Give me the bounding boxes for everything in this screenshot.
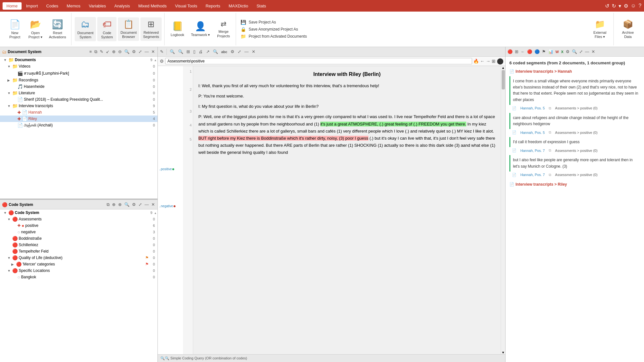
menu-stats[interactable]: Stats <box>253 2 270 10</box>
tree-tempelhofer-feld[interactable]: 🔴 Tempelhofer Feld 0 <box>0 248 157 255</box>
segment-4-pos-link[interactable]: Hannah, Pos. 7 <box>520 173 545 177</box>
center-close-icon[interactable]: ✕ <box>251 49 256 54</box>
tree-hasenheide[interactable]: 🎵 Hasenheide 0 <box>0 83 157 90</box>
expand-interview-transcripts[interactable]: ▼ <box>7 104 11 108</box>
cs-settings[interactable]: ⚙ <box>131 202 137 207</box>
segment-2-pos-link[interactable]: Hannah, Pos. 5 <box>520 131 545 135</box>
rp-icon8[interactable]: W <box>555 50 559 54</box>
expand-literature[interactable]: ▼ <box>7 91 11 95</box>
document-browser-button[interactable]: 📋 DocumentBrowser <box>118 17 139 41</box>
address-action-icon[interactable]: ⊞ <box>492 59 496 64</box>
center-print-icon[interactable]: 🖨 <box>198 49 204 54</box>
menu-memos[interactable]: Memos <box>63 2 84 10</box>
center-settings-icon[interactable]: ⚙ <box>230 49 235 54</box>
menu-import[interactable]: Import <box>22 2 42 10</box>
doc-panel-icon3[interactable]: ✎ <box>99 49 104 54</box>
doc-panel-icon1[interactable]: ≡ <box>89 49 92 54</box>
expand-mercer[interactable]: ▶ <box>11 263 15 266</box>
smiley-icon[interactable]: ☺ <box>631 3 636 9</box>
doc-panel-close[interactable]: ✕ <box>151 49 156 54</box>
cs-icon3[interactable]: ⊗ <box>118 202 122 207</box>
tree-anchali[interactable]: 📄 அஞ்சலி (Anchali) 0 <box>0 122 157 128</box>
external-files-button[interactable]: 📁 ExternalFiles ▾ <box>590 17 610 41</box>
tree-bangkok[interactable]: ○ Bangkok 0 <box>0 274 157 280</box>
menu-visual-tools[interactable]: Visual Tools <box>171 2 201 10</box>
cs-icon1[interactable]: ⧉ <box>106 202 110 208</box>
address-nav1-icon[interactable]: ← <box>480 59 485 64</box>
menu-variables[interactable]: Variables <box>85 2 110 10</box>
address-nav2-icon[interactable]: → <box>486 59 490 64</box>
tree-negative[interactable]: ○ negative 3 <box>0 229 157 235</box>
teamwork-button[interactable]: 👤 Teamwork ▾ <box>188 19 213 39</box>
address-clear-icon[interactable]: 🔥 <box>473 59 479 64</box>
center-export-icon[interactable]: ↗ <box>205 49 211 54</box>
doc-panel-icon4[interactable]: ↙ <box>105 49 110 54</box>
menu-analysis[interactable]: Analysis <box>110 2 134 10</box>
tree-documents[interactable]: ▼ 📁 Documents 9 ▴ <box>0 57 157 63</box>
rp-minimize[interactable]: — <box>584 49 590 54</box>
expand-quality[interactable]: ▼ <box>7 256 11 260</box>
scroll-thumb[interactable] <box>502 70 505 89</box>
rp-icon4[interactable]: 🔴 <box>526 49 533 54</box>
rp-icon10[interactable]: ⚙ <box>565 49 570 54</box>
tree-interview-transcripts[interactable]: ▼ 📁 Interview transcripts 9 <box>0 103 157 109</box>
menu-codes[interactable]: Codes <box>43 2 62 10</box>
expand-documents[interactable]: ▼ <box>4 58 7 62</box>
tree-sherif[interactable]: 📄 Sherif (2018) – Evaluating Preexisting… <box>0 96 157 103</box>
save-project-as-button[interactable]: 💾 Save Project As <box>241 20 582 25</box>
address-gear-icon[interactable]: ⚙ <box>160 59 164 64</box>
center-grid-icon[interactable]: ⊞ <box>185 49 191 54</box>
expand-recordings[interactable]: ▶ <box>7 79 11 82</box>
tree-mercer-categories[interactable]: ▶ 🔴 'Mercer' categories ⚑ 0 <box>0 261 157 267</box>
doc-panel-expand[interactable]: ⤢ <box>138 49 143 54</box>
doc-panel-settings[interactable]: ⚙ <box>131 49 137 54</box>
document-system-button[interactable]: 🗂 DocumentSystem <box>75 17 96 41</box>
rp-icon1[interactable]: 🔴 <box>507 49 513 54</box>
expand-assessments[interactable]: ▼ <box>7 218 11 221</box>
tree-code-system-root[interactable]: ▼ 🔴 Code System 9 ▴ <box>0 209 157 216</box>
center-scrollbar[interactable]: ▲ ▼ <box>501 66 505 354</box>
settings-icon[interactable]: ⚙ <box>624 3 628 9</box>
new-project-button[interactable]: 📄 NewProject <box>5 17 24 41</box>
save-anonymized-button[interactable]: 🔒 Save Anonymized Project As <box>241 27 582 32</box>
center-search1-icon[interactable]: 🔍 <box>169 49 176 54</box>
tree-schillerkiez[interactable]: 🔴 Schillerkiez 0 <box>0 242 157 248</box>
doc-panel-minimize[interactable]: — <box>144 49 149 54</box>
doc-panel-icon5[interactable]: ⊕ <box>111 49 116 54</box>
center-search2-icon[interactable]: 🔍 <box>177 49 184 54</box>
rp-icon6[interactable]: ⚑ <box>541 49 546 54</box>
address-toggle-icon[interactable]: ⬤ <box>497 58 503 65</box>
rp-icon7[interactable]: 📊 <box>547 49 554 54</box>
tree-assessments[interactable]: ▼ 🔴 Assessments 0 <box>0 216 157 222</box>
merge-projects-button[interactable]: ⇄ MergeProjects <box>214 18 233 40</box>
logbook-button[interactable]: 📒 Logbook <box>168 19 187 39</box>
rp-close[interactable]: ✕ <box>591 49 596 54</box>
cs-close[interactable]: ✕ <box>151 202 156 207</box>
center-search3-icon[interactable]: 🔍 <box>212 49 219 54</box>
segment-1-pos-link[interactable]: Hannah, Pos. 5 <box>520 106 545 110</box>
tree-recordings[interactable]: ▶ 📁 Recordings 0 <box>0 77 157 83</box>
code-system-button[interactable]: 🏷 CodeSystem <box>97 17 117 41</box>
rp-icon9[interactable]: X <box>560 50 564 54</box>
tree-videos[interactable]: ▼ 📁 Videos 0 <box>0 63 157 70</box>
scroll-up-icon[interactable]: ▲ <box>502 66 505 70</box>
reset-activations-button[interactable]: 🔄 ResetActivations <box>46 17 69 41</box>
tree-literature[interactable]: ▼ 📁 Literature 0 <box>0 90 157 96</box>
cs-search[interactable]: 🔍 <box>124 202 130 207</box>
cs-minimize[interactable]: — <box>144 202 149 207</box>
menu-reports[interactable]: Reports <box>202 2 224 10</box>
center-minimize-icon[interactable]: — <box>243 49 250 54</box>
rp-icon3[interactable]: ← <box>520 49 526 54</box>
rp-search[interactable]: 🔍 <box>571 49 578 54</box>
rp-icon5[interactable]: 🔵 <box>534 49 540 54</box>
tree-positive[interactable]: ✚ ● positive 6 <box>0 222 157 229</box>
project-from-docs-button[interactable]: 📁 Project from Activated Documents <box>241 34 582 39</box>
cs-expand[interactable]: ⤢ <box>138 202 143 207</box>
center-split-icon[interactable]: ▯ <box>192 49 196 54</box>
address-input[interactable] <box>165 58 472 64</box>
open-project-button[interactable]: 📂 OpenProject ▾ <box>26 17 45 41</box>
center-edit-icon[interactable]: ✎ <box>159 49 165 54</box>
center-expand-icon[interactable]: ⤢ <box>237 49 242 54</box>
tree-riley[interactable]: ✚ 📄 Riley 4 <box>0 116 157 122</box>
segment-3-pos-link[interactable]: Hannah, Pos. 7 <box>520 149 545 153</box>
